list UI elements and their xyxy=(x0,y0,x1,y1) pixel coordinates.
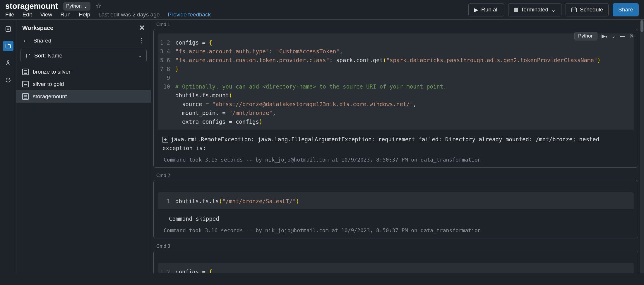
run-all-button[interactable]: ▶ Run all xyxy=(468,3,504,16)
file-name: silver to gold xyxy=(33,81,64,87)
file-name: storagemount xyxy=(33,93,67,100)
play-icon: ▶ xyxy=(474,6,478,13)
header-bar: storagemount Python ⌄ ☆ File Edit View R… xyxy=(0,0,644,20)
notebook-icon xyxy=(22,93,29,100)
cluster-status-button[interactable]: Terminated ⌄ xyxy=(508,3,561,16)
code-cell[interactable]: Python ▶▾ ⌄ — ✕ 1 2 3 4 5 6 7 8 9 10 con… xyxy=(153,29,638,168)
line-gutter: 1 2 xyxy=(158,267,175,273)
file-name: bronze to silver xyxy=(33,69,71,75)
code-cell[interactable]: 1 dbutils.fs.ls("/mnt/bronze/SalesLT/") … xyxy=(153,180,638,238)
code-editor[interactable]: 1 dbutils.fs.ls("/mnt/bronze/SalesLT/") xyxy=(158,192,634,209)
stop-icon xyxy=(514,8,518,12)
variables-icon[interactable] xyxy=(3,58,13,68)
breadcrumb[interactable]: Shared xyxy=(33,38,51,44)
language-label: Python xyxy=(66,3,82,9)
scrollbar[interactable] xyxy=(640,20,644,273)
output-text: java.rmi.RemoteException: java.lang.Ille… xyxy=(162,136,599,151)
sort-label: Sort: Name xyxy=(34,52,62,59)
run-cell-icon[interactable]: ▶▾ xyxy=(602,33,607,39)
cell-toolbar: Python ▶▾ ⌄ — ✕ xyxy=(574,32,634,40)
menu-help[interactable]: Help xyxy=(79,11,90,18)
folder-icon[interactable] xyxy=(3,41,13,51)
menu-view[interactable]: View xyxy=(40,11,52,18)
kebab-menu-icon[interactable]: ⋮ xyxy=(138,37,145,45)
notebook-title[interactable]: storagemount xyxy=(5,2,58,11)
file-list: bronze to silver silver to gold storagem… xyxy=(16,66,151,273)
left-rail xyxy=(0,20,16,273)
cell-output: +java.rmi.RemoteException: java.lang.Ill… xyxy=(154,130,638,154)
svg-point-7 xyxy=(7,61,9,62)
svg-rect-0 xyxy=(572,8,576,12)
toc-icon[interactable] xyxy=(3,24,13,34)
minimize-icon[interactable]: — xyxy=(620,33,625,39)
calendar-icon xyxy=(571,7,577,13)
last-edit-link[interactable]: Last edit was 2 days ago xyxy=(98,11,160,18)
code-editor[interactable]: 1 2 configs = { "fs.azure.account.auth.t… xyxy=(158,263,634,273)
notebook-icon xyxy=(22,81,29,87)
code-cell[interactable]: 1 2 configs = { "fs.azure.account.auth.t… xyxy=(153,251,638,273)
expand-output-icon[interactable]: + xyxy=(162,137,168,142)
share-label: Share xyxy=(618,6,633,13)
code-content[interactable]: configs = { "fs.azure.account.auth.type"… xyxy=(175,267,634,273)
sidebar-title: Workspace xyxy=(22,25,53,31)
status-label: Terminated xyxy=(521,6,548,13)
chevron-down-icon: ⌄ xyxy=(138,52,142,59)
code-content[interactable]: dbutils.fs.ls("/mnt/bronze/SalesLT/") xyxy=(175,197,634,206)
scrollbar-thumb[interactable] xyxy=(640,20,643,32)
menu-file[interactable]: File xyxy=(5,11,14,18)
sort-icon xyxy=(25,53,31,59)
menu-run[interactable]: Run xyxy=(60,11,71,18)
cell-meta: Command took 3.15 seconds -- by nik_jojo… xyxy=(154,154,638,167)
file-item[interactable]: storagemount xyxy=(16,90,151,103)
svg-rect-4 xyxy=(6,27,11,31)
cell-lang-pill[interactable]: Python xyxy=(574,32,597,40)
menu-edit[interactable]: Edit xyxy=(23,11,32,18)
cell-label: Cmd 1 xyxy=(151,20,642,29)
run-all-label: Run all xyxy=(481,6,499,13)
notebook-area[interactable]: Cmd 1 Python ▶▾ ⌄ — ✕ 1 2 3 4 5 6 7 8 9 … xyxy=(151,20,644,273)
notebook-icon xyxy=(22,69,29,75)
output-text: Command skipped xyxy=(169,216,219,222)
line-gutter: 1 xyxy=(158,197,175,206)
file-item[interactable]: bronze to silver xyxy=(16,66,151,78)
cell-output: Command skipped xyxy=(154,209,638,225)
feedback-link[interactable]: Provide feedback xyxy=(168,11,211,18)
language-selector[interactable]: Python ⌄ xyxy=(63,2,90,11)
chevron-down-icon: ⌄ xyxy=(83,3,88,9)
line-gutter: 1 2 3 4 5 6 7 8 9 10 xyxy=(158,38,175,126)
cell-label: Cmd 2 xyxy=(151,171,642,180)
chevron-down-icon[interactable]: ⌄ xyxy=(612,33,616,39)
schedule-button[interactable]: Schedule xyxy=(566,3,609,16)
schedule-label: Schedule xyxy=(580,6,603,13)
share-button[interactable]: Share xyxy=(613,3,639,16)
workspace-sidebar: Workspace ✕ ← Shared ⋮ Sort: Name ⌄ bron… xyxy=(16,20,151,273)
code-editor[interactable]: 1 2 3 4 5 6 7 8 9 10 configs = { "fs.azu… xyxy=(158,33,634,130)
star-icon[interactable]: ☆ xyxy=(96,2,102,10)
refresh-icon[interactable] xyxy=(3,75,13,85)
back-arrow-icon[interactable]: ← xyxy=(22,37,29,45)
code-content[interactable]: configs = { "fs.azure.account.auth.type"… xyxy=(175,38,634,126)
chevron-down-icon: ⌄ xyxy=(551,6,556,13)
close-icon[interactable]: ✕ xyxy=(139,24,145,32)
sort-dropdown[interactable]: Sort: Name ⌄ xyxy=(20,49,147,62)
cell-label: Cmd 3 xyxy=(151,241,642,251)
file-item[interactable]: silver to gold xyxy=(16,78,151,90)
close-icon[interactable]: ✕ xyxy=(629,33,634,39)
cell-meta: Command took 3.16 seconds -- by nik_jojo… xyxy=(154,225,638,238)
